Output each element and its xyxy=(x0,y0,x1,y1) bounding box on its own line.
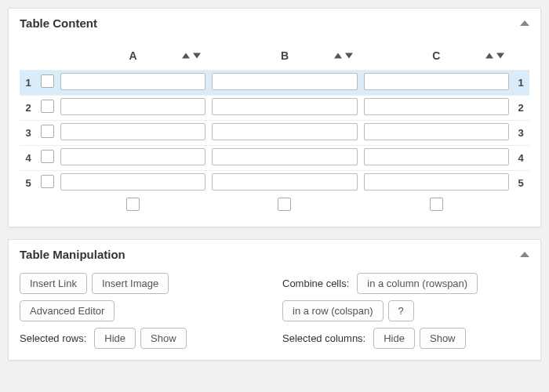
row-number-right[interactable]: 5 xyxy=(512,170,529,195)
sort-asc-icon[interactable] xyxy=(485,53,493,58)
row-number-right[interactable]: 4 xyxy=(512,145,529,170)
table-manipulation-title: Table Manipulation xyxy=(20,248,125,261)
row-checkbox[interactable] xyxy=(41,100,54,113)
row-checkbox[interactable] xyxy=(41,125,54,138)
insert-link-button[interactable]: Insert Link xyxy=(20,273,87,294)
colspan-button[interactable]: in a row (colspan) xyxy=(282,300,384,321)
show-rows-button[interactable]: Show xyxy=(140,328,187,349)
row-checkbox-cell xyxy=(37,145,57,170)
cell-input[interactable] xyxy=(364,123,509,140)
column-header-row: A B C xyxy=(20,42,529,70)
row-number-left[interactable]: 3 xyxy=(20,120,37,145)
table-cell xyxy=(209,70,360,95)
row-number-right[interactable]: 2 xyxy=(512,95,529,120)
table-cell xyxy=(361,70,512,95)
cell-input[interactable] xyxy=(364,73,509,90)
row-checkbox-cell xyxy=(37,70,57,95)
col-checkbox-b[interactable] xyxy=(278,198,291,211)
advanced-editor-button[interactable]: Advanced Editor xyxy=(20,300,115,321)
cell-input[interactable] xyxy=(212,98,357,115)
table-manipulation-header[interactable]: Table Manipulation xyxy=(9,240,540,269)
collapse-up-icon[interactable] xyxy=(520,252,529,257)
insert-image-button[interactable]: Insert Image xyxy=(92,273,169,294)
cell-input[interactable] xyxy=(60,73,205,90)
table-row: 11 xyxy=(20,70,529,95)
col-checkbox-c[interactable] xyxy=(430,198,443,211)
cell-input[interactable] xyxy=(60,98,205,115)
column-checkbox-row xyxy=(20,195,529,216)
rowspan-button[interactable]: in a column (rowspan) xyxy=(357,273,478,294)
row-number-left[interactable]: 5 xyxy=(20,170,37,195)
table-row: 44 xyxy=(20,145,529,170)
cell-input[interactable] xyxy=(212,123,357,140)
table-cell xyxy=(361,95,512,120)
table-cell xyxy=(57,170,209,195)
col-head-a[interactable]: A xyxy=(57,42,209,70)
table-cell xyxy=(209,170,360,195)
col-head-b[interactable]: B xyxy=(209,42,360,70)
show-cols-button[interactable]: Show xyxy=(420,328,466,349)
table-row: 22 xyxy=(20,95,529,120)
cell-input[interactable] xyxy=(364,98,509,115)
row-number-right[interactable]: 1 xyxy=(512,70,529,95)
col-checkbox-a[interactable] xyxy=(126,198,140,211)
sort-asc-icon[interactable] xyxy=(182,53,190,58)
table-row: 55 xyxy=(20,170,529,195)
row-checkbox[interactable] xyxy=(41,150,54,163)
row-number-left[interactable]: 4 xyxy=(20,145,37,170)
cell-input[interactable] xyxy=(364,148,509,165)
collapse-up-icon[interactable] xyxy=(520,20,529,26)
cell-input[interactable] xyxy=(212,173,357,191)
sort-asc-icon[interactable] xyxy=(334,53,342,58)
row-number-right[interactable]: 3 xyxy=(512,120,529,145)
col-head-c[interactable]: C xyxy=(361,42,512,70)
table-content-panel: Table Content A B xyxy=(8,8,541,227)
table-manipulation-panel: Table Manipulation Insert Link Insert Im… xyxy=(8,239,541,361)
cell-input[interactable] xyxy=(364,173,509,191)
cell-input[interactable] xyxy=(60,123,205,140)
table-cell xyxy=(209,120,360,145)
row-checkbox-cell xyxy=(37,95,57,120)
hide-rows-button[interactable]: Hide xyxy=(94,328,136,349)
sort-desc-icon[interactable] xyxy=(496,53,504,58)
table-cell xyxy=(57,120,209,145)
table-content-header[interactable]: Table Content xyxy=(9,9,540,38)
hide-cols-button[interactable]: Hide xyxy=(373,328,415,349)
table-cell xyxy=(361,170,512,195)
sort-desc-icon[interactable] xyxy=(345,53,353,58)
row-checkbox[interactable] xyxy=(41,175,54,188)
table-cell xyxy=(57,95,209,120)
cell-input[interactable] xyxy=(60,148,205,165)
table-manipulation-body: Insert Link Insert Image Combine cells: … xyxy=(9,269,540,360)
table-cell xyxy=(209,145,360,170)
table-cell xyxy=(361,145,512,170)
row-checkbox[interactable] xyxy=(41,74,54,88)
table-content-body: A B C xyxy=(9,38,540,227)
help-button[interactable]: ? xyxy=(388,300,414,321)
row-checkbox-cell xyxy=(37,170,57,195)
sort-desc-icon[interactable] xyxy=(193,53,201,58)
table-cell xyxy=(361,120,512,145)
table-row: 33 xyxy=(20,120,529,145)
cell-input[interactable] xyxy=(60,173,205,191)
col-label: C xyxy=(432,49,440,62)
col-label: B xyxy=(281,49,289,62)
row-number-left[interactable]: 2 xyxy=(20,95,37,120)
row-checkbox-cell xyxy=(37,120,57,145)
cell-input[interactable] xyxy=(212,73,357,90)
table-cell xyxy=(57,70,209,95)
selected-columns-label: Selected columns: xyxy=(282,332,365,344)
selected-rows-label: Selected rows: xyxy=(20,332,86,344)
table-cell xyxy=(209,95,360,120)
table-cell xyxy=(57,145,209,170)
combine-cells-label: Combine cells: xyxy=(282,278,349,289)
content-table: A B C xyxy=(20,42,529,216)
row-number-left[interactable]: 1 xyxy=(20,70,37,95)
col-label: A xyxy=(129,49,137,62)
table-content-title: Table Content xyxy=(20,16,97,30)
cell-input[interactable] xyxy=(212,148,357,165)
